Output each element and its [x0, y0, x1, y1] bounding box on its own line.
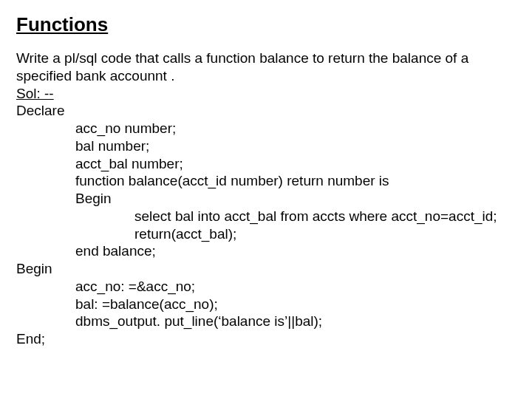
code-line: select bal into acct_bal from accts wher… [16, 208, 516, 225]
code-line: dbms_output. put_line(‘balance is’||bal)… [16, 313, 516, 330]
solution-label: Sol: -- [16, 85, 516, 103]
code-begin: Begin [16, 260, 516, 278]
code-line: Begin [16, 190, 516, 208]
code-line: acc_no number; [16, 120, 516, 137]
page-title: Functions [16, 13, 516, 36]
code-line: bal: =balance(acc_no); [16, 296, 516, 313]
code-line: acct_bal number; [16, 155, 516, 173]
document-page: Functions Write a pl/sql code that calls… [0, 0, 532, 361]
code-line: acc_no: =&acc_no; [16, 278, 516, 296]
code-line: end balance; [16, 242, 516, 260]
prompt-line-2: specified bank accounnt . [16, 67, 516, 85]
prompt-line-1: Write a pl/sql code that calls a functio… [16, 50, 516, 67]
code-declare: Declare [16, 102, 516, 120]
code-line: bal number; [16, 137, 516, 155]
content-body: Write a pl/sql code that calls a functio… [16, 50, 516, 348]
code-line: function balance(acct_id number) return … [16, 172, 516, 190]
code-line: return(acct_bal); [16, 225, 516, 243]
code-end: End; [16, 330, 516, 348]
